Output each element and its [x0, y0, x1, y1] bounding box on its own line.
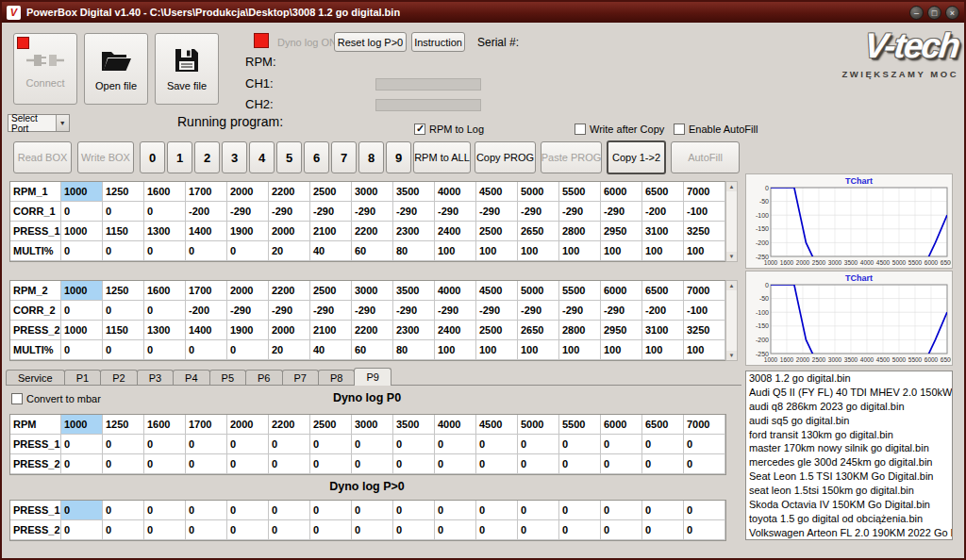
- grid-cell[interactable]: -290: [393, 202, 435, 222]
- file-list-item[interactable]: Audi Q5 II (FY FL) 40 TDI MHEV 2.0 150kW…: [746, 386, 952, 400]
- grid-cell[interactable]: -290: [601, 301, 642, 321]
- grid-cell[interactable]: 5000: [518, 415, 559, 435]
- grid-cell[interactable]: 2300: [393, 222, 435, 241]
- grid-cell[interactable]: 2950: [601, 321, 642, 340]
- grid-cell[interactable]: 0: [61, 501, 103, 520]
- grid-cell[interactable]: 0: [103, 301, 144, 321]
- grid-cell[interactable]: 2500: [310, 281, 352, 301]
- grid-cell[interactable]: 0: [642, 501, 684, 520]
- grid-cell[interactable]: 1000: [61, 281, 103, 301]
- grid-cell[interactable]: 0: [186, 501, 227, 520]
- grid-cell[interactable]: 2500: [476, 321, 518, 340]
- rpm-to-log-checkbox[interactable]: RPM to Log: [414, 124, 484, 135]
- instruction-button[interactable]: Instruction: [411, 32, 465, 52]
- select-port-dropdown[interactable]: Select Port ▼: [8, 114, 70, 132]
- grid-cell[interactable]: 1600: [144, 281, 186, 301]
- grid-cell[interactable]: 1900: [227, 222, 269, 241]
- grid-cell[interactable]: 0: [310, 520, 352, 540]
- tab-p2[interactable]: P2: [100, 370, 137, 385]
- grid-cell[interactable]: 0: [103, 454, 144, 474]
- grid-cell[interactable]: 0: [601, 454, 642, 474]
- grid-cell[interactable]: -290: [476, 202, 518, 222]
- grid-cell[interactable]: 0: [186, 340, 227, 360]
- file-list-item[interactable]: audi q8 286km 2023 go digital.bin: [746, 400, 952, 414]
- grid-cell[interactable]: 3000: [352, 415, 393, 435]
- grid-cell[interactable]: 2200: [352, 321, 393, 340]
- grid-cell[interactable]: 4000: [435, 182, 476, 202]
- grid-cell[interactable]: 40: [310, 340, 352, 360]
- grid-cell[interactable]: 0: [144, 340, 186, 360]
- grid-cell[interactable]: 1700: [186, 415, 227, 435]
- close-button[interactable]: ×: [945, 6, 959, 20]
- grid-cell[interactable]: 100: [476, 241, 518, 261]
- grid-cell[interactable]: 0: [393, 501, 435, 520]
- grid-cell[interactable]: 1400: [186, 222, 227, 241]
- file-list-item[interactable]: master 170km nowy silnik go digital.bin: [746, 441, 952, 455]
- grid-cell[interactable]: 2200: [352, 222, 393, 241]
- grid-cell[interactable]: 0: [269, 454, 310, 474]
- grid-cell[interactable]: 0: [601, 501, 642, 520]
- grid-cell[interactable]: 0: [518, 520, 559, 540]
- grid-cell[interactable]: 4000: [435, 281, 476, 301]
- grid-cell[interactable]: 6500: [642, 415, 684, 435]
- grid-cell[interactable]: 0: [476, 520, 518, 540]
- grid-cell[interactable]: -200: [186, 301, 227, 321]
- grid-cell[interactable]: 2000: [227, 415, 269, 435]
- grid-cell[interactable]: 0: [601, 520, 642, 540]
- grid-cell[interactable]: 0: [144, 301, 186, 321]
- file-list-item[interactable]: toyota 1.5 go digital od obciążenia.bin: [746, 512, 952, 526]
- grid-cell[interactable]: 0: [518, 454, 559, 474]
- grid-cell[interactable]: 3250: [684, 321, 725, 340]
- grid-cell[interactable]: 2400: [435, 321, 476, 340]
- grid-cell[interactable]: 1300: [144, 222, 186, 241]
- grid-cell[interactable]: 3100: [642, 222, 684, 241]
- grid-cell[interactable]: 1300: [144, 321, 186, 340]
- file-list-item[interactable]: Skoda Octavia IV 150KM Go Digital.bin: [746, 498, 952, 512]
- grid-cell[interactable]: 20: [269, 241, 310, 261]
- grid-cell[interactable]: 5000: [518, 182, 559, 202]
- grid-cell[interactable]: 0: [352, 454, 393, 474]
- tab-p4[interactable]: P4: [173, 370, 209, 385]
- grid-cell[interactable]: 0: [559, 454, 601, 474]
- grid-cell[interactable]: 3500: [393, 415, 435, 435]
- grid-cell[interactable]: 0: [435, 435, 476, 454]
- enable-autofill-checkbox[interactable]: Enable AutoFill: [674, 124, 758, 135]
- grid-cell[interactable]: 100: [435, 241, 476, 261]
- grid-cell[interactable]: -290: [601, 202, 642, 222]
- grid-cell[interactable]: 0: [684, 520, 725, 540]
- file-list-item[interactable]: audi sq5 go digital.bin: [746, 414, 952, 428]
- tab-p1[interactable]: P1: [64, 370, 101, 385]
- grid-cell[interactable]: 100: [642, 241, 684, 261]
- grid-cell[interactable]: 0: [144, 520, 186, 540]
- grid-cell[interactable]: 5500: [559, 415, 601, 435]
- grid-cell[interactable]: 3500: [393, 281, 435, 301]
- grid-cell[interactable]: 0: [684, 435, 725, 454]
- grid-cell[interactable]: 1600: [144, 415, 186, 435]
- grid-cell[interactable]: 0: [103, 340, 144, 360]
- grid-cell[interactable]: 1700: [186, 281, 227, 301]
- grid-cell[interactable]: -290: [269, 301, 310, 321]
- digit-button-9[interactable]: 9: [386, 141, 411, 173]
- tab-service[interactable]: Service: [6, 370, 65, 385]
- table1-scrollbar[interactable]: ▲ ▼: [725, 181, 738, 262]
- grid-cell[interactable]: -200: [642, 202, 684, 222]
- table2-scrollbar[interactable]: ▲ ▼: [725, 280, 738, 361]
- digit-button-6[interactable]: 6: [304, 141, 329, 173]
- checkbox-box[interactable]: [575, 124, 586, 135]
- grid-cell[interactable]: 0: [144, 501, 186, 520]
- grid-cell[interactable]: -290: [269, 202, 310, 222]
- grid-cell[interactable]: 1150: [103, 321, 144, 340]
- grid-cell[interactable]: 0: [144, 454, 186, 474]
- connect-button[interactable]: Connect: [13, 33, 77, 105]
- grid-cell[interactable]: 2200: [269, 415, 310, 435]
- grid-cell[interactable]: 0: [642, 454, 684, 474]
- copy-1-to-2-button[interactable]: Copy 1->2: [607, 140, 666, 174]
- grid-cell[interactable]: 2100: [310, 321, 352, 340]
- grid-cell[interactable]: 2500: [310, 415, 352, 435]
- grid-cell[interactable]: -100: [684, 202, 725, 222]
- grid-cell[interactable]: 0: [61, 435, 103, 454]
- checkbox-box[interactable]: [414, 124, 425, 135]
- grid-cell[interactable]: 0: [684, 454, 725, 474]
- grid-cell[interactable]: 0: [103, 501, 144, 520]
- paste-prog-button[interactable]: Paste PROG: [541, 141, 602, 173]
